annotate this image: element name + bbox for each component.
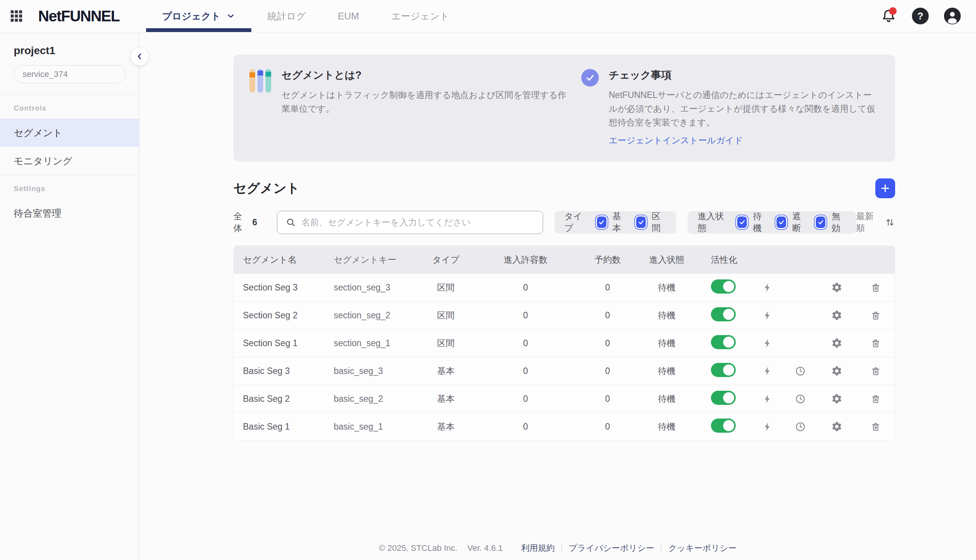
- delete-button[interactable]: [869, 336, 883, 350]
- trash-icon: [870, 366, 881, 376]
- allowed-count: 0: [467, 282, 584, 293]
- activation-toggle[interactable]: [711, 280, 736, 293]
- segment-type: 区間: [424, 337, 467, 349]
- schedule-button[interactable]: [793, 420, 807, 434]
- info-card-title: セグメントとは?: [282, 68, 571, 82]
- bypass-button[interactable]: [761, 281, 774, 294]
- project-name: project1: [14, 45, 125, 57]
- checkbox-基本[interactable]: [597, 217, 606, 228]
- activation-toggle[interactable]: [711, 307, 736, 322]
- sort-order-button[interactable]: 最新順: [856, 210, 895, 234]
- col-header-name: セグメント名: [234, 254, 325, 266]
- trash-icon: [870, 310, 881, 321]
- filter-option: 待機: [736, 210, 767, 234]
- agent-install-guide-link[interactable]: エージェントインストールガイド: [609, 135, 743, 147]
- tab-project[interactable]: プロジェクト: [146, 0, 251, 32]
- service-select-value: service_374: [22, 69, 68, 79]
- search-input[interactable]: [301, 217, 534, 228]
- checkbox-遮断[interactable]: [776, 217, 786, 228]
- settings-button[interactable]: [829, 280, 844, 295]
- checkbox-区間[interactable]: [636, 217, 646, 228]
- footer-link-1[interactable]: プライバシーポリシー: [569, 542, 654, 554]
- segment-key: section_seg_2: [325, 310, 424, 321]
- settings-button[interactable]: [829, 336, 844, 350]
- gear-icon: [831, 282, 843, 293]
- sidebar-item-waiting-room[interactable]: 待合室管理: [0, 199, 139, 227]
- delete-button[interactable]: [869, 280, 883, 294]
- info-card-checklist: チェック事項 NetFUNNELサーバとの通信のためにはエージェントのインストー…: [581, 68, 879, 147]
- add-segment-button[interactable]: [875, 178, 895, 198]
- delete-button[interactable]: [869, 392, 883, 406]
- checkbox-無効[interactable]: [816, 217, 825, 228]
- user-avatar-icon: [944, 8, 961, 24]
- filter-option: 基本: [596, 210, 627, 234]
- lightning-icon: [762, 310, 773, 321]
- delete-button[interactable]: [869, 420, 883, 433]
- settings-button[interactable]: [829, 364, 844, 378]
- check-circle-icon: [581, 69, 599, 87]
- bypass-button[interactable]: [761, 420, 774, 433]
- notification-badge: [889, 7, 897, 15]
- schedule-button[interactable]: [793, 392, 807, 406]
- checkbox-待機[interactable]: [737, 217, 747, 228]
- filter-option: 遮断: [775, 210, 807, 234]
- sidebar-section-controls: Controlsセグメントモニタリング: [0, 95, 139, 175]
- table-body: Section Seg 3 section_seg_3 区間 0 0 待機: [234, 273, 895, 440]
- section-label: Settings: [0, 175, 139, 199]
- settings-button[interactable]: [829, 419, 844, 434]
- sidebar-header: project1 service_374: [0, 32, 139, 95]
- search-box: [277, 211, 543, 234]
- sidebar-item-segment[interactable]: セグメント: [0, 118, 139, 147]
- footer-separator: [561, 543, 562, 553]
- service-select[interactable]: service_374: [14, 65, 125, 83]
- allowed-count: 0: [467, 394, 584, 404]
- segment-name: Basic Seg 2: [234, 394, 325, 404]
- tab-stats-log[interactable]: 統計ログ: [251, 0, 322, 32]
- tab-agent[interactable]: エージェント: [375, 0, 465, 32]
- tab-label: プロジェクト: [162, 10, 221, 22]
- segment-name: Section Seg 3: [234, 282, 325, 293]
- settings-button[interactable]: [829, 308, 844, 323]
- gear-icon: [831, 310, 843, 321]
- segment-name: Basic Seg 1: [234, 422, 325, 432]
- page-title: セグメント: [234, 180, 300, 197]
- question-mark-icon: ?: [917, 10, 923, 22]
- activation-toggle[interactable]: [711, 418, 736, 433]
- table-row: Section Seg 3 section_seg_3 区間 0 0 待機: [234, 273, 895, 301]
- bypass-button[interactable]: [761, 337, 774, 350]
- sidebar-item-monitoring[interactable]: モニタリング: [0, 147, 139, 175]
- version: Ver. 4.6.1: [467, 543, 503, 553]
- footer-link-2[interactable]: クッキーポリシー: [668, 542, 736, 554]
- reserved-count: 0: [584, 310, 631, 321]
- checkbox-label: 待機: [753, 210, 767, 234]
- col-header-key: セグメントキー: [325, 254, 424, 266]
- delete-button[interactable]: [869, 308, 883, 322]
- help-button[interactable]: ?: [912, 8, 929, 24]
- footer-link-0[interactable]: 利用規約: [521, 542, 554, 554]
- notifications-button[interactable]: [881, 8, 897, 24]
- settings-button[interactable]: [829, 392, 844, 406]
- tab-eum[interactable]: EUM: [322, 0, 375, 32]
- activation-toggle[interactable]: [711, 363, 736, 377]
- schedule-button[interactable]: [793, 364, 807, 378]
- segment-name: Section Seg 2: [234, 310, 325, 321]
- bypass-button[interactable]: [761, 392, 774, 406]
- bypass-button[interactable]: [761, 309, 774, 322]
- gear-icon: [831, 365, 843, 377]
- info-card-body: NetFUNNELサーバとの通信のためにはエージェントのインストールが必須であり…: [609, 88, 879, 129]
- entry-status: 待機: [631, 310, 702, 322]
- activation-toggle[interactable]: [711, 335, 736, 349]
- sort-label: 最新順: [856, 210, 880, 234]
- account-button[interactable]: [944, 8, 961, 24]
- check-icon: [739, 219, 746, 226]
- reserved-count: 0: [584, 394, 631, 404]
- bypass-button[interactable]: [761, 365, 774, 378]
- trash-icon: [870, 282, 881, 293]
- tab-label: エージェント: [391, 10, 449, 22]
- info-card-what-is-segment: セグメントとは? セグメントはトラフィック制御を適用する地点および区間を管理する…: [249, 68, 581, 147]
- delete-button[interactable]: [869, 364, 883, 378]
- apps-grid-icon[interactable]: [11, 10, 22, 22]
- sidebar: project1 service_374 Controlsセグメントモニタリング…: [0, 32, 140, 560]
- activation-toggle[interactable]: [711, 391, 736, 405]
- sidebar-collapse-button[interactable]: [130, 47, 149, 65]
